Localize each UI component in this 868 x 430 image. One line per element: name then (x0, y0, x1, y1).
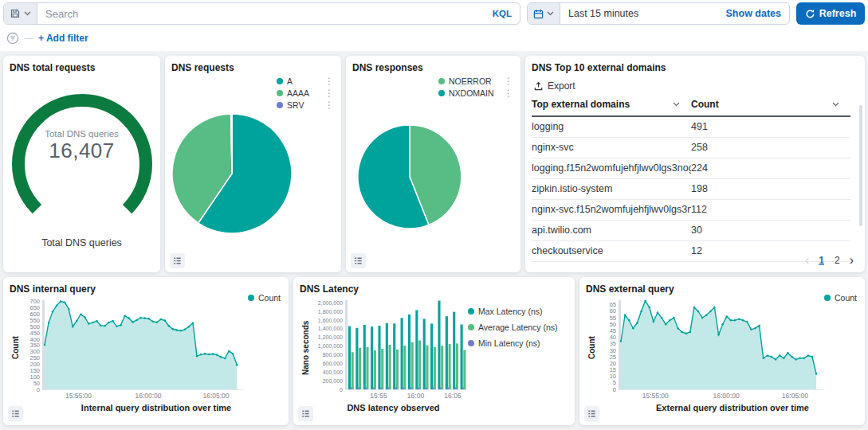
svg-text:15:55:00: 15:55:00 (642, 392, 669, 400)
legend-toggle-button[interactable] (170, 253, 185, 268)
svg-text:0: 0 (613, 386, 616, 393)
legend-item[interactable]: NOERROR⋮ (438, 76, 513, 86)
latency-bar-chart[interactable]: 0200,000400,000600,000800,0001,000,0001,… (311, 295, 468, 401)
legend-item[interactable]: NXDOMAIN⋮ (438, 88, 513, 98)
legend-options-icon[interactable]: ⋮ (504, 88, 513, 98)
panel-title: DNS internal query (10, 283, 282, 295)
search-bar: KQL (3, 2, 520, 25)
legend-toggle-button[interactable] (584, 406, 599, 421)
column-label: Top external domains (532, 99, 630, 110)
svg-text:800,000: 800,000 (323, 352, 343, 358)
legend-item[interactable]: SRV⋮ (277, 100, 334, 110)
svg-text:16:05:00: 16:05:00 (202, 392, 229, 400)
svg-text:0: 0 (37, 386, 40, 393)
legend-item[interactable]: AAAA⋮ (277, 88, 334, 98)
list-legend-icon (353, 256, 363, 266)
search-input[interactable] (37, 8, 485, 20)
column-header-count[interactable]: Count (691, 99, 850, 110)
chevron-down-icon (673, 102, 680, 107)
svg-text:35: 35 (610, 340, 616, 347)
responses-pie-chart[interactable] (357, 124, 462, 229)
panel-title: DNS Top 10 external domains (532, 62, 858, 73)
legend-options-icon[interactable]: ⋮ (504, 76, 513, 86)
panel-dns-requests: DNS requests A⋮AAAA⋮SRV⋮ (165, 56, 341, 272)
svg-text:450: 450 (29, 330, 40, 337)
add-filter-button[interactable]: + Add filter (38, 33, 88, 44)
dashboard: DNS total requests Total DNS queries 16,… (0, 51, 868, 430)
legend-item[interactable]: Max Latency (ns) (468, 307, 568, 316)
chevron-left-icon[interactable]: ‹ (802, 254, 812, 267)
legend-label: AAAA (287, 88, 309, 98)
svg-text:1,600,000: 1,600,000 (318, 318, 343, 323)
svg-text:700: 700 (29, 298, 40, 305)
refresh-label: Refresh (819, 8, 857, 19)
show-dates-button[interactable]: Show dates (718, 8, 789, 19)
panel-top-external-domains: DNS Top 10 external domains Export Top e… (525, 56, 865, 272)
svg-text:16:00: 16:00 (407, 392, 425, 400)
legend-toggle-button[interactable] (8, 406, 23, 421)
chevron-right-icon[interactable]: › (846, 254, 857, 267)
internal-query-legend: Count (248, 293, 281, 303)
chevron-down-icon (547, 11, 554, 16)
svg-text:100: 100 (29, 373, 40, 381)
svg-text:0: 0 (340, 387, 343, 393)
requests-pie-chart[interactable] (171, 113, 293, 234)
domain-cell: logging (532, 121, 691, 132)
gauge-center-text: Total DNS queries 16,407 (3, 129, 160, 163)
saved-query-button[interactable] (4, 3, 37, 24)
date-picker: Last 15 minutes Show dates (527, 2, 790, 25)
export-button[interactable]: Export (533, 80, 575, 92)
page-button-1[interactable]: 1 (815, 253, 828, 268)
legend-label: Count (835, 293, 857, 303)
y-axis-label: Nano seconds (300, 295, 311, 401)
time-range-label[interactable]: Last 15 minutes (560, 8, 718, 19)
domain-cell: logging.f15n2womfujehfjlwv0lgs3nog.... (532, 162, 691, 174)
legend-label: A (287, 76, 293, 86)
date-picker-button[interactable] (528, 3, 560, 24)
legend-item[interactable]: Average Latency (ns) (468, 322, 568, 332)
legend-options-icon[interactable]: ⋮ (324, 100, 334, 110)
legend-item[interactable]: A⋮ (277, 76, 334, 86)
panel-title: DNS requests (171, 62, 335, 73)
count-cell: 258 (691, 142, 850, 153)
legend-item[interactable]: Count (824, 293, 857, 303)
legend-options-icon[interactable]: ⋮ (324, 76, 334, 86)
external-query-legend: Count (824, 293, 857, 303)
svg-text:45: 45 (610, 327, 616, 334)
svg-text:16:00:00: 16:00:00 (135, 392, 161, 400)
svg-text:2,000,000: 2,000,000 (318, 300, 343, 306)
table-row: zipkin.istio-system198 (532, 179, 850, 200)
external-query-area-chart[interactable]: 0510152025303540455055606515:55:0016:00:… (597, 295, 858, 401)
panel-title: DNS responses (352, 62, 514, 73)
svg-text:15:55:00: 15:55:00 (65, 392, 92, 400)
legend-toggle-button[interactable] (351, 253, 366, 268)
svg-text:350: 350 (29, 342, 40, 349)
svg-text:5: 5 (613, 379, 616, 386)
legend-options-icon[interactable]: ⋮ (324, 88, 334, 98)
panel-dns-responses: DNS responses NOERROR⋮NXDOMAIN⋮ (346, 56, 520, 272)
svg-text:16:00:00: 16:00:00 (713, 392, 740, 400)
column-header-domains[interactable]: Top external domains (532, 99, 691, 110)
table-scrollbar[interactable] (859, 105, 862, 226)
legend-toggle-button[interactable] (298, 406, 313, 421)
refresh-button[interactable]: Refresh (796, 2, 865, 25)
panel-title: DNS external query (586, 283, 858, 295)
kql-button[interactable]: KQL (485, 9, 520, 18)
save-icon (10, 8, 21, 19)
page-button-2[interactable]: 2 (831, 253, 844, 268)
legend-dot-icon (824, 295, 831, 301)
legend-item[interactable]: Count (248, 293, 281, 303)
filter-icon[interactable] (6, 32, 19, 45)
legend-dot-icon (438, 78, 445, 84)
svg-text:25: 25 (610, 354, 616, 361)
gauge-label: Total DNS queries (3, 129, 160, 139)
legend-label: Count (258, 293, 281, 303)
domain-cell: checkoutservice (532, 245, 691, 256)
y-axis-label: Count (10, 295, 21, 401)
export-icon (533, 81, 544, 92)
list-legend-icon (300, 408, 311, 419)
internal-query-area-chart[interactable]: 0501001502002503003504004505005506006507… (21, 295, 281, 401)
svg-text:1,200,000: 1,200,000 (318, 334, 343, 340)
legend-item[interactable]: Min Latency (ns) (468, 338, 568, 348)
list-legend-icon (10, 408, 21, 419)
